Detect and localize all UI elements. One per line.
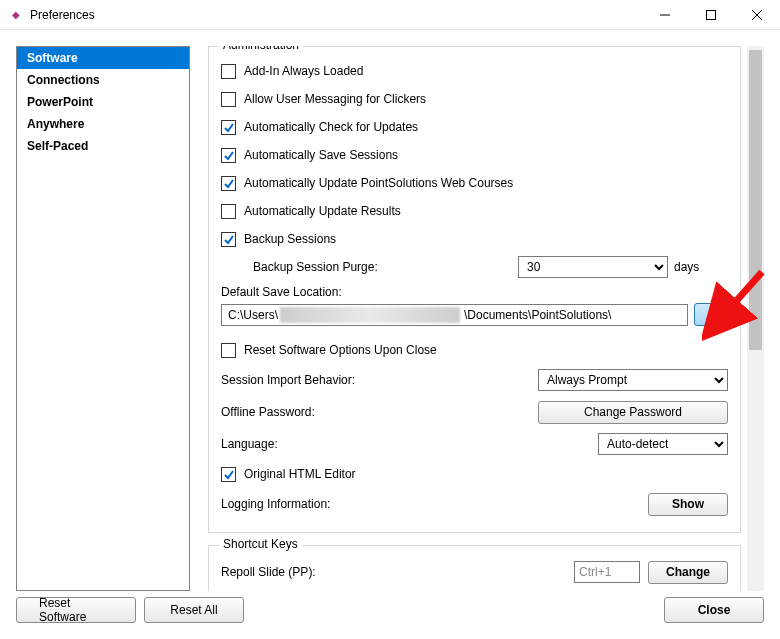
minimize-button[interactable] (642, 0, 688, 29)
backup-purge-row: Backup Session Purge: 30 days (221, 253, 728, 281)
close-window-button[interactable] (734, 0, 780, 29)
backup-sessions-label: Backup Sessions (244, 232, 336, 246)
repoll-slide-row: Repoll Slide (PP): Change (221, 556, 728, 588)
sidebar-item-self-paced[interactable]: Self-Paced (17, 135, 189, 157)
backup-purge-label: Backup Session Purge: (253, 260, 518, 274)
reset-on-close-label: Reset Software Options Upon Close (244, 343, 437, 357)
auto-update-web-courses-row: Automatically Update PointSolutions Web … (221, 169, 728, 197)
maximize-button[interactable] (688, 0, 734, 29)
window-buttons (642, 0, 780, 29)
show-logging-button[interactable]: Show (648, 493, 728, 516)
shortcut-keys-group: Shortcut Keys Repoll Slide (PP): Change (208, 545, 741, 591)
shortcut-keys-legend: Shortcut Keys (219, 537, 302, 551)
sidebar-item-anywhere[interactable]: Anywhere (17, 113, 189, 135)
auto-update-results-label: Automatically Update Results (244, 204, 401, 218)
original-html-editor-checkbox[interactable] (221, 467, 236, 482)
auto-check-updates-row: Automatically Check for Updates (221, 113, 728, 141)
backup-sessions-checkbox[interactable] (221, 232, 236, 247)
redacted-segment (280, 307, 460, 323)
administration-legend: Administration (219, 46, 303, 52)
reset-software-button[interactable]: Reset Software (16, 597, 136, 623)
logging-info-label: Logging Information: (221, 497, 521, 511)
backup-purge-unit: days (674, 260, 699, 274)
original-html-editor-label: Original HTML Editor (244, 467, 356, 481)
auto-save-sessions-label: Automatically Save Sessions (244, 148, 398, 162)
change-password-button[interactable]: Change Password (538, 401, 728, 424)
window-title: Preferences (30, 8, 642, 22)
original-html-editor-row: Original HTML Editor (221, 460, 728, 488)
default-save-label: Default Save Location: (221, 285, 728, 299)
language-label: Language: (221, 437, 521, 451)
auto-check-updates-label: Automatically Check for Updates (244, 120, 418, 134)
auto-update-web-courses-checkbox[interactable] (221, 176, 236, 191)
auto-save-sessions-row: Automatically Save Sessions (221, 141, 728, 169)
reset-on-close-checkbox[interactable] (221, 343, 236, 358)
administration-group: Administration Add-In Always Loaded Allo… (208, 46, 741, 533)
vertical-scrollbar[interactable] (747, 46, 764, 591)
title-bar: ◆ Preferences (0, 0, 780, 30)
allow-user-messaging-label: Allow User Messaging for Clickers (244, 92, 426, 106)
offline-password-row: Offline Password: Change Password (221, 396, 728, 428)
allow-user-messaging-checkbox[interactable] (221, 92, 236, 107)
session-import-select[interactable]: Always Prompt (538, 369, 728, 391)
sidebar-item-connections[interactable]: Connections (17, 69, 189, 91)
addin-always-loaded-row: Add-In Always Loaded (221, 57, 728, 85)
backup-sessions-row: Backup Sessions (221, 225, 728, 253)
default-save-row: C:\Users\ \Documents\PointSolutions\ ... (221, 303, 728, 326)
svg-rect-1 (707, 10, 716, 19)
auto-save-sessions-checkbox[interactable] (221, 148, 236, 163)
change-shortcut-button[interactable]: Change (648, 561, 728, 584)
repoll-slide-label: Repoll Slide (PP): (221, 565, 521, 579)
close-button[interactable]: Close (664, 597, 764, 623)
offline-password-label: Offline Password: (221, 405, 521, 419)
reset-on-close-row: Reset Software Options Upon Close (221, 336, 728, 364)
auto-update-results-checkbox[interactable] (221, 204, 236, 219)
repoll-slide-value (574, 561, 640, 583)
settings-panel: Administration Add-In Always Loaded Allo… (204, 46, 764, 591)
dialog-footer: Reset Software Reset All Close (0, 591, 780, 639)
app-icon: ◆ (8, 7, 24, 23)
logging-info-row: Logging Information: Show (221, 488, 728, 520)
sidebar-item-software[interactable]: Software (17, 47, 189, 69)
default-save-suffix: \Documents\PointSolutions\ (464, 308, 611, 322)
default-save-prefix: C:\Users\ (228, 308, 278, 322)
language-row: Language: Auto-detect (221, 428, 728, 460)
auto-update-web-courses-label: Automatically Update PointSolutions Web … (244, 176, 513, 190)
default-save-input[interactable]: C:\Users\ \Documents\PointSolutions\ (221, 304, 688, 326)
addin-always-loaded-checkbox[interactable] (221, 64, 236, 79)
reset-all-button[interactable]: Reset All (144, 597, 244, 623)
auto-check-updates-checkbox[interactable] (221, 120, 236, 135)
auto-update-results-row: Automatically Update Results (221, 197, 728, 225)
sidebar-item-powerpoint[interactable]: PowerPoint (17, 91, 189, 113)
session-import-row: Session Import Behavior: Always Prompt (221, 364, 728, 396)
allow-user-messaging-row: Allow User Messaging for Clickers (221, 85, 728, 113)
backup-purge-select[interactable]: 30 (518, 256, 668, 278)
browse-button[interactable]: ... (694, 303, 728, 326)
category-list: Software Connections PowerPoint Anywhere… (16, 46, 190, 591)
scrollbar-thumb[interactable] (749, 50, 762, 350)
addin-always-loaded-label: Add-In Always Loaded (244, 64, 363, 78)
language-select[interactable]: Auto-detect (598, 433, 728, 455)
session-import-label: Session Import Behavior: (221, 373, 521, 387)
